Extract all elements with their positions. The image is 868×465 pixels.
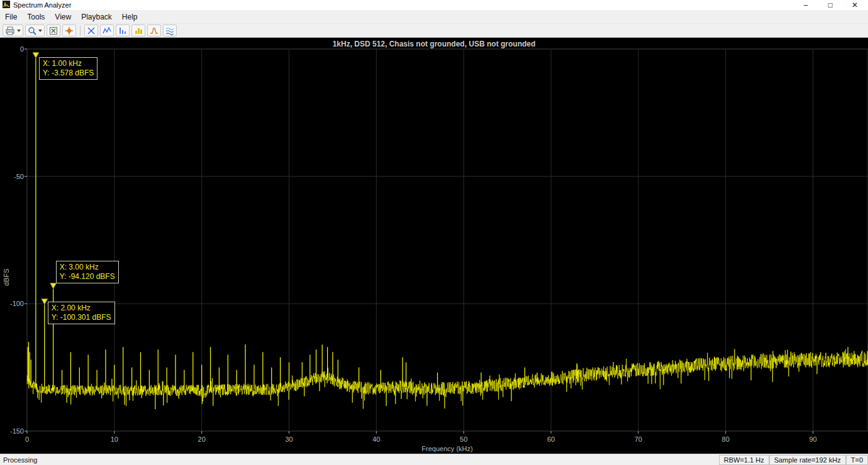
x-tick-label: 40 [372,435,380,443]
x-tick-label: 10 [111,435,118,443]
status-sample-rate: Sample rate=192 kHz [769,455,846,465]
app-icon [3,1,10,9]
printer-icon [5,26,15,35]
x-tick-label: 80 [722,435,730,443]
cursor-tooltip-line: X: 1.00 kHz [43,59,94,68]
status-bar: Processing RBW=1.1 Hz Sample rate=192 kH… [0,454,868,465]
spectrum-analyzer-window: Spectrum Analyzer – □ ✕ File Tools View … [0,0,868,465]
spectral-mask-button[interactable] [147,25,161,36]
cursor-tooltip[interactable]: X: 1.00 kHzY: -3.578 dBFS [39,57,97,80]
print-button[interactable] [3,25,23,36]
zoom-button[interactable] [25,25,45,36]
toolbar [0,23,868,38]
cursor-marker[interactable] [33,53,39,58]
window-title: Spectrum Analyzer [13,1,71,9]
y-tick-label: -100 [0,300,24,307]
status-rbw: RBW=1.1 Hz [719,455,769,465]
x-tick-label: 60 [547,435,555,443]
spectrogram-button[interactable] [163,25,177,36]
cursor-tooltip-line: X: 3.00 kHz [60,263,115,272]
magnifier-icon [28,26,36,35]
distortion-measurements-button[interactable] [116,25,130,36]
cursor-marker[interactable] [50,283,57,288]
cursor-tooltip-line: Y: -3.578 dBFS [43,68,94,78]
close-button[interactable]: ✕ [844,0,865,10]
maximize-button[interactable]: □ [820,0,841,10]
menu-tools[interactable]: Tools [22,11,50,23]
distortion-icon [118,26,127,35]
spectrum-plot[interactable]: 1kHz, DSD 512, Chasis not grounded, USB … [0,38,868,454]
cursor-tooltip[interactable]: X: 3.00 kHzY: -94.120 dBFS [56,261,119,283]
cursor-measurements-icon [87,26,96,35]
dropdown-caret-icon [17,30,21,32]
fit-to-view-button[interactable] [47,25,60,36]
toolbar-separator [80,26,81,36]
signal-statistics-button[interactable] [131,25,145,36]
menu-help[interactable]: Help [117,11,143,23]
spectral-mask-icon [150,26,159,35]
plot-frame [27,49,867,431]
menu-playback[interactable]: Playback [76,11,117,23]
x-tick-label: 20 [198,435,206,443]
y-axis-label: dBFS [3,268,10,286]
gear-icon [65,26,74,35]
cursor-tooltip-line: Y: -100.301 dBFS [52,313,111,322]
x-tick-label: 70 [635,435,642,443]
fit-to-view-icon [49,26,58,35]
histogram-icon [134,26,143,35]
status-time: T=0 [846,455,868,465]
spectrogram-icon [165,26,174,35]
dropdown-caret-icon [38,30,42,32]
title-bar: Spectrum Analyzer – □ ✕ [0,0,868,10]
menu-bar: File Tools View Playback Help [0,10,868,23]
x-axis-label: Frequency (kHz) [421,445,472,452]
cursor-measurements-button[interactable] [84,25,98,36]
status-message: Processing [0,456,719,464]
y-tick-label: -50 [0,173,24,180]
y-tick-label: -150 [0,427,24,435]
minimize-button[interactable]: – [795,0,816,10]
cursor-tooltip-line: X: 2.00 kHz [52,304,111,313]
x-tick-label: 90 [809,435,816,443]
cursor-tooltip[interactable]: X: 2.00 kHzY: -100.301 dBFS [48,302,115,324]
menu-view[interactable]: View [50,11,76,23]
peak-finder-icon [103,26,111,35]
x-tick-label: 30 [285,435,292,443]
peak-finder-button[interactable] [100,25,114,36]
spectrum-chart [0,38,868,454]
menu-file[interactable]: File [0,11,22,23]
spectrum-trace [27,349,868,409]
x-tick-label: 0 [25,435,29,443]
spectrum-settings-button[interactable] [62,25,76,36]
cursor-tooltip-line: Y: -94.120 dBFS [60,272,115,282]
x-tick-label: 50 [460,435,467,443]
plot-title: 1kHz, DSD 512, Chasis not grounded, USB … [0,40,868,48]
